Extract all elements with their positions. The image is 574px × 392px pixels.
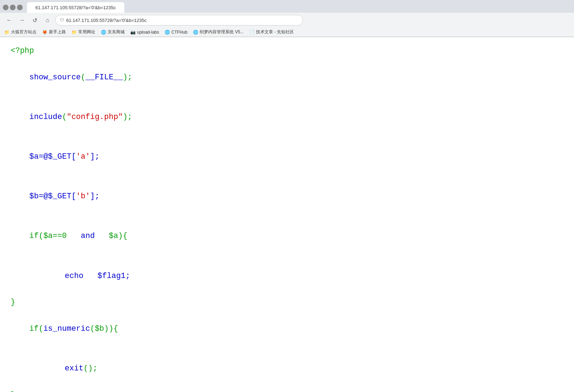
security-icon: 🛡 bbox=[60, 18, 64, 23]
page-content: <?php show_source(__FILE__); include("co… bbox=[0, 37, 574, 392]
bookmark-label-upload: upload-labs bbox=[137, 30, 159, 35]
bookmark-label-tech: 技术文章 - 先知社区 bbox=[256, 29, 294, 35]
bookmark-icon-common: 📁 bbox=[72, 30, 77, 35]
bookmark-tech[interactable]: 📄 技术文章 - 先知社区 bbox=[249, 29, 294, 35]
window-close[interactable] bbox=[17, 5, 23, 10]
bookmark-label-common: 常用网址 bbox=[78, 29, 95, 35]
bookmark-label-new: 新手上路 bbox=[49, 29, 66, 35]
bookmark-icon-dream: 🌐 bbox=[193, 30, 198, 35]
code-line-8: if(is_numeric($b)){ bbox=[11, 309, 563, 349]
bookmark-ctf[interactable]: 🌐 CTFHub bbox=[165, 30, 187, 35]
bookmark-new[interactable]: 🦊 新手上路 bbox=[42, 29, 66, 35]
url-display: 61.147.171.105:55728/?a='0'&b=1235c bbox=[66, 18, 147, 23]
window-minimize[interactable] bbox=[3, 5, 8, 10]
bookmark-icon-huhu: 📁 bbox=[4, 30, 10, 35]
bookmark-label-jd: 京东商城 bbox=[108, 29, 125, 35]
bookmark-dream[interactable]: 🌐 织梦内容管理系统 V5... bbox=[193, 29, 244, 35]
tab-bar: 61.147.171.105:55728/?a='0'&b=1235c bbox=[0, 0, 574, 13]
bookmark-label-ctf: CTFHub bbox=[171, 30, 187, 35]
show-source-keyword: show_source bbox=[29, 73, 81, 82]
bookmark-icon-tech: 📄 bbox=[249, 30, 255, 35]
code-line-5: if($a==0 and $a){ bbox=[11, 216, 563, 256]
bookmark-label-dream: 织梦内容管理系统 V5... bbox=[200, 29, 244, 35]
window-controls bbox=[3, 5, 23, 10]
code-line-6: echo $flag1; bbox=[11, 256, 563, 296]
code-line-4: $b=@$_GET['b']; bbox=[11, 177, 563, 216]
bookmarks-bar: 📁 火狐官方站点 🦊 新手上路 📁 常用网址 🌐 京东商城 📷 upload-l… bbox=[0, 28, 574, 37]
window-maximize[interactable] bbox=[10, 5, 16, 10]
bookmark-jd[interactable]: 🌐 京东商城 bbox=[101, 29, 125, 35]
code-line-9: exit(); bbox=[11, 349, 563, 388]
code-line-2: include("config.php"); bbox=[11, 97, 563, 137]
bookmark-icon-ctf: 🌐 bbox=[165, 30, 170, 35]
nav-bar: ← → ↺ ⌂ 🛡 61.147.171.105:55728/?a='0'&b=… bbox=[0, 13, 574, 28]
forward-button[interactable]: → bbox=[17, 15, 27, 25]
address-bar[interactable]: 🛡 61.147.171.105:55728/?a='0'&b=1235c bbox=[55, 15, 303, 25]
bookmark-huhu[interactable]: 📁 火狐官方站点 bbox=[4, 29, 36, 35]
back-button[interactable]: ← bbox=[4, 15, 14, 25]
code-line-7: } bbox=[11, 296, 563, 309]
home-button[interactable]: ⌂ bbox=[42, 15, 52, 25]
browser-chrome: 61.147.171.105:55728/?a='0'&b=1235c ← → … bbox=[0, 0, 574, 37]
tab-title: 61.147.171.105:55728/?a='0'&b=1235c bbox=[35, 5, 116, 10]
bookmark-icon-upload: 📷 bbox=[130, 30, 136, 35]
code-line-3: $a=@$_GET['a']; bbox=[11, 137, 563, 177]
bookmark-label-huhu: 火狐官方站点 bbox=[11, 29, 36, 35]
bookmark-common[interactable]: 📁 常用网址 bbox=[72, 29, 95, 35]
code-line-1: show_source(__FILE__); bbox=[11, 57, 563, 97]
code-line-10: } bbox=[11, 388, 563, 392]
bookmark-upload[interactable]: 📷 upload-labs bbox=[130, 30, 159, 35]
reload-button[interactable]: ↺ bbox=[30, 15, 40, 25]
bookmark-icon-new: 🦊 bbox=[42, 30, 47, 35]
include-keyword: include bbox=[29, 113, 62, 121]
active-tab[interactable]: 61.147.171.105:55728/?a='0'&b=1235c bbox=[27, 2, 124, 13]
bookmark-icon-jd: 🌐 bbox=[101, 30, 106, 35]
php-open-tag: <?php bbox=[11, 44, 563, 57]
